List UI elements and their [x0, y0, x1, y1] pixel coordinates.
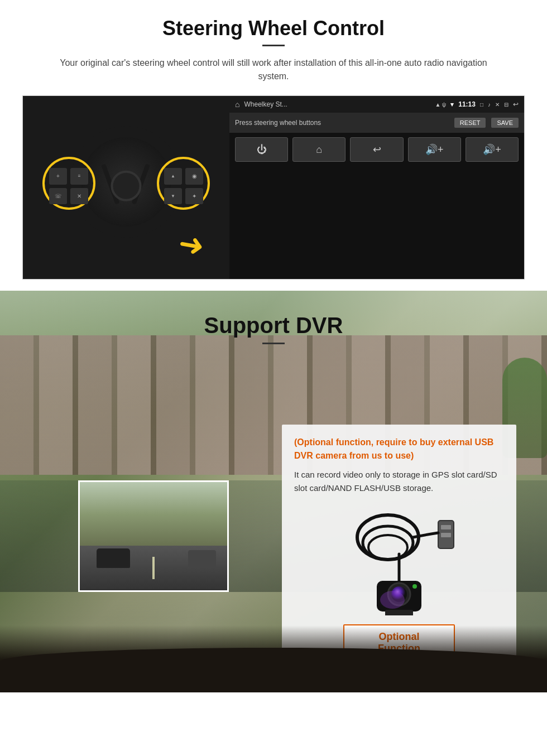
android-toolbar: Press steering wheel buttons RESET SAVE: [229, 113, 524, 133]
wifi-icon: ▾: [450, 101, 454, 108]
btn-call[interactable]: ☏: [49, 188, 67, 205]
save-button[interactable]: SAVE: [491, 118, 519, 128]
toolbar-label: Press steering wheel buttons: [235, 119, 449, 127]
home-icon: ⌂: [235, 100, 239, 109]
dvr-title-box: Support DVR: [0, 313, 547, 344]
btn-endcall[interactable]: ✕: [70, 188, 88, 205]
android-control-buttons-row: ⏻ ⌂ ↩ 🔊+ 🔊+: [229, 133, 524, 166]
dvr-camera-illustration: [294, 504, 504, 615]
steering-title-divider: [262, 45, 285, 46]
back-icon[interactable]: ↩: [513, 100, 519, 108]
led-indicator: [412, 584, 417, 589]
left-buttons-group: + ≡ ☏ ✕: [49, 168, 88, 204]
vol-down-btn[interactable]: 🔊+: [466, 137, 519, 162]
camera-base-mount: [385, 610, 413, 615]
dvr-preview-car-2: [188, 550, 216, 567]
dvr-preview-car-1: [97, 548, 130, 568]
steering-photo-panel: + ≡ ☏ ✕ ▲ ◉ ▼ ✦ ➜: [23, 96, 229, 279]
dvr-optional-text: (Optional function, require to buy exter…: [294, 436, 504, 463]
dvr-title: Support DVR: [0, 313, 547, 338]
usb-port: [441, 525, 451, 529]
dvr-section: Support DVR (Optional function, require …: [0, 291, 547, 692]
btn-source[interactable]: ◉: [185, 168, 203, 185]
yellow-arrow-icon: ➜: [176, 227, 207, 262]
dvr-preview-road-line: [152, 557, 155, 579]
steering-title: Steering Wheel Control: [22, 17, 525, 40]
steering-wheel-graphic: + ≡ ☏ ✕ ▲ ◉ ▼ ✦ ➜: [37, 104, 215, 271]
android-content-area: [229, 166, 524, 279]
dvr-desc-text: It can record video only to storage in G…: [294, 468, 504, 495]
dvr-preview-photo: [78, 480, 229, 592]
close-icon: ✕: [495, 102, 500, 108]
android-ui-panel: ⌂ Wheelkey St... ▲ ψ ▾ 11:13 □ ♪ ✕ ⊟ ↩ P…: [229, 96, 524, 279]
wheel-hub: [111, 171, 142, 201]
steering-section: Steering Wheel Control Your original car…: [0, 0, 547, 291]
reset-button[interactable]: RESET: [454, 118, 486, 128]
steering-subtitle: Your original car's steering wheel contr…: [56, 56, 491, 83]
camera-icon: □: [480, 102, 483, 108]
steering-demo-container: + ≡ ☏ ✕ ▲ ◉ ▼ ✦ ➜ ⌂ Whee: [22, 95, 525, 280]
dvr-camera-svg: [321, 504, 477, 615]
dvr-preview-sky: [80, 482, 227, 547]
usb-port-2: [441, 533, 451, 537]
vol-up-btn[interactable]: 🔊+: [408, 137, 461, 162]
window-icon: ⊟: [504, 102, 508, 108]
music-icon: ▲ ψ: [435, 102, 446, 108]
lens-glow: [380, 591, 405, 609]
btn-plus[interactable]: +: [49, 168, 67, 185]
dvr-title-divider: [262, 343, 285, 344]
cable-coil-3: [368, 535, 407, 560]
android-statusbar: ⌂ Wheelkey St... ▲ ψ ▾ 11:13 □ ♪ ✕ ⊟ ↩: [229, 96, 524, 113]
back-btn[interactable]: ↩: [350, 137, 403, 162]
right-buttons-group: ▲ ◉ ▼ ✦: [164, 168, 203, 204]
volume-icon: ♪: [488, 102, 491, 108]
btn-up[interactable]: ▲: [164, 168, 182, 185]
app-name-label: Wheelkey St...: [244, 100, 430, 108]
power-btn[interactable]: ⏻: [235, 137, 288, 162]
time-display: 11:13: [458, 100, 476, 108]
btn-nav[interactable]: ✦: [185, 188, 203, 205]
btn-down[interactable]: ▼: [164, 188, 182, 205]
car-dashboard-shape: [0, 648, 547, 692]
home-btn[interactable]: ⌂: [292, 137, 346, 162]
btn-mode[interactable]: ≡: [70, 168, 88, 185]
